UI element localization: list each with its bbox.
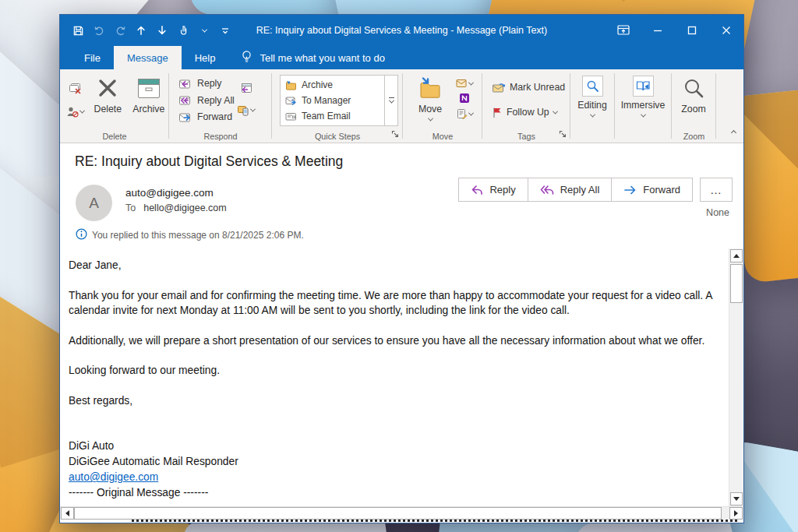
scroll-down-button[interactable]: [730, 492, 743, 506]
ribbon-group-tags: Mark Unread Follow Up Tags: [482, 69, 570, 143]
header-action-buttons: Reply Reply All Forward …: [458, 178, 733, 202]
signature-org: DiGiGee Automatic Mail Responder: [69, 454, 718, 470]
zoom-magnifier-icon: [683, 76, 704, 100]
body-closing: Best regards,: [69, 393, 718, 409]
clipped-text-row: [60, 520, 743, 523]
outlook-message-window: RE: Inquiry about Digital Services & Mee…: [59, 14, 744, 523]
message-subject: RE: Inquiry about Digital Services & Mee…: [75, 153, 343, 170]
reply-arrow-icon: [471, 185, 483, 196]
meeting-button[interactable]: [239, 82, 252, 93]
recipient-line: To hello@digigee.com: [125, 203, 227, 213]
scroll-left-button[interactable]: [61, 507, 74, 520]
quick-access-toolbar: [60, 23, 232, 37]
immersive-button[interactable]: Immersive: [618, 73, 668, 118]
save-icon[interactable]: [71, 23, 85, 37]
mark-unread-button[interactable]: Mark Unread: [492, 79, 569, 95]
tell-me-label: Tell me what you want to do: [260, 52, 384, 64]
horizontal-scrollbar[interactable]: [60, 506, 743, 520]
body-greeting: Dear Jane,: [69, 258, 718, 273]
immersive-reader-icon: [633, 76, 654, 97]
customize-qat-icon[interactable]: [218, 23, 232, 37]
ribbon-right-area: [716, 69, 743, 143]
body-paragraph: Additionally, we will prepare a short pr…: [69, 333, 718, 349]
ribbon-tabs: File Message Help Tell me what you want …: [60, 46, 743, 69]
message-body[interactable]: Dear Jane, Thank you for your email and …: [60, 248, 729, 506]
delete-button[interactable]: Delete: [88, 73, 127, 129]
horizontal-scroll-thumb[interactable]: [74, 507, 722, 520]
forward-arrow-icon: [623, 185, 637, 195]
vertical-scroll-thumb[interactable]: [730, 264, 743, 303]
maximize-icon[interactable]: [675, 15, 709, 46]
recipient-address[interactable]: hello@digigee.com: [143, 203, 227, 213]
quick-step-team-email[interactable]: Team Email: [285, 111, 381, 122]
signature-email-link[interactable]: auto@digigee.com: [69, 471, 158, 483]
move-button[interactable]: Move: [409, 73, 451, 129]
scroll-right-button[interactable]: [729, 507, 743, 520]
editing-button[interactable]: Editing: [574, 73, 611, 118]
tell-me-box[interactable]: Tell me what you want to do: [241, 46, 384, 69]
undo-icon: [92, 23, 106, 37]
vertical-scrollbar[interactable]: [729, 248, 743, 506]
collapse-ribbon-icon[interactable]: [732, 124, 736, 138]
ribbon: Delete Archive Delete Reply Reply All: [60, 69, 743, 143]
more-respond-actions-button[interactable]: [237, 105, 255, 116]
move-folder-icon: [418, 76, 443, 100]
replied-info-text: You replied to this message on 8/21/2025…: [92, 230, 304, 241]
follow-up-button[interactable]: Follow Up: [492, 104, 569, 120]
info-icon: [76, 228, 87, 242]
body-paragraph: Thank you for your email and for confirm…: [69, 288, 718, 319]
onenote-icon[interactable]: [459, 93, 470, 104]
touch-mode-icon[interactable]: [176, 23, 190, 37]
header-reply-button[interactable]: Reply: [458, 178, 528, 202]
ribbon-group-immersive: Immersive: [615, 69, 672, 143]
reading-pane: Dear Jane, Thank you for your email and …: [60, 248, 743, 523]
reply-all-arrow-icon: [540, 185, 554, 196]
reply-button[interactable]: Reply: [178, 76, 235, 91]
close-icon[interactable]: [709, 15, 743, 46]
tab-file[interactable]: File: [71, 46, 114, 69]
tab-help[interactable]: Help: [182, 46, 229, 69]
tab-message[interactable]: Message: [114, 46, 182, 69]
header-reply-all-button[interactable]: Reply All: [528, 178, 613, 202]
flag-status-label: None: [706, 207, 729, 218]
previous-item-icon[interactable]: [134, 23, 148, 37]
more-move-actions-button[interactable]: [457, 108, 473, 119]
quick-step-to-manager[interactable]: To Manager: [285, 95, 381, 106]
next-item-icon[interactable]: [155, 23, 169, 37]
reply-all-button[interactable]: Reply All: [178, 93, 235, 108]
ribbon-group-delete: Delete Archive Delete: [60, 69, 169, 143]
to-label: To: [125, 203, 136, 213]
minimize-icon[interactable]: [641, 15, 675, 46]
chevron-down-icon[interactable]: [197, 23, 211, 37]
titlebar: RE: Inquiry about Digital Services & Mee…: [60, 15, 743, 46]
redo-icon: [113, 23, 127, 37]
tags-dialog-launcher-icon[interactable]: [559, 127, 567, 141]
body-paragraph: Looking forward to our meeting.: [69, 363, 718, 379]
editing-search-icon: [582, 76, 603, 97]
signature-name: DiGi Auto: [69, 439, 718, 454]
ribbon-group-zoom: Zoom Zoom: [672, 69, 716, 143]
sender-address[interactable]: auto@digigee.com: [125, 187, 214, 199]
ignore-button[interactable]: [69, 83, 82, 94]
scroll-up-button[interactable]: [730, 249, 743, 262]
ribbon-display-options-icon[interactable]: [606, 15, 641, 46]
zoom-button[interactable]: Zoom: [675, 73, 712, 115]
quick-steps-more-button[interactable]: [384, 76, 397, 125]
block-sender-button[interactable]: [66, 106, 84, 118]
ribbon-group-editing: Editing: [570, 69, 615, 143]
archive-button[interactable]: Archive: [130, 73, 168, 129]
window-controls: [606, 15, 743, 46]
header-forward-button[interactable]: Forward: [611, 178, 693, 202]
ribbon-group-move: Move Move: [403, 69, 482, 143]
more-actions-button[interactable]: …: [700, 178, 733, 202]
rules-button[interactable]: [456, 79, 473, 88]
original-message-divider: ------- Original Message -------: [69, 485, 718, 501]
forward-button[interactable]: Forward: [178, 109, 235, 125]
quick-step-archive[interactable]: Archive: [285, 79, 381, 90]
sender-avatar[interactable]: A: [76, 185, 112, 221]
quick-steps-dialog-launcher-icon[interactable]: [391, 127, 399, 141]
archive-box-icon: [137, 76, 161, 100]
message-header: RE: Inquiry about Digital Services & Mee…: [60, 143, 743, 248]
delete-x-icon: [97, 76, 118, 100]
ribbon-group-quick-steps: Archive To Manager Team Email Quick Step…: [272, 69, 403, 143]
